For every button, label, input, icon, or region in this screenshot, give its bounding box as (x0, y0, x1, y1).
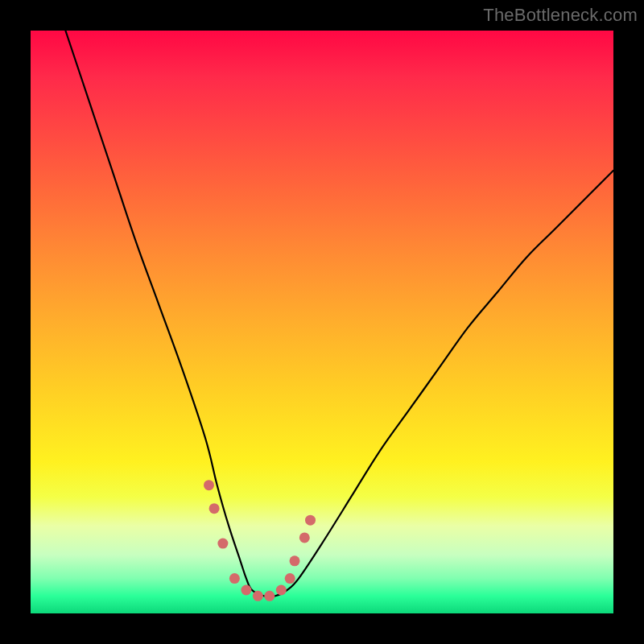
marker-dot (209, 503, 220, 514)
plot-area (31, 31, 613, 613)
marker-dot (290, 555, 300, 566)
marker-dot (264, 591, 275, 601)
marker-dot (229, 573, 240, 584)
bottleneck-curve (65, 31, 613, 597)
watermark-text: TheBottleneck.com (483, 5, 638, 26)
marker-dot (204, 480, 214, 490)
curve-layer (65, 31, 613, 597)
marker-dot (299, 532, 310, 543)
marker-dot (276, 585, 287, 596)
marker-dot (217, 539, 228, 549)
marker-dot (305, 515, 316, 526)
marker-dot (241, 585, 251, 596)
chart-frame: TheBottleneck.com (0, 0, 644, 644)
marker-dot (285, 573, 295, 584)
chart-svg (31, 31, 613, 613)
marker-dot (253, 591, 263, 601)
